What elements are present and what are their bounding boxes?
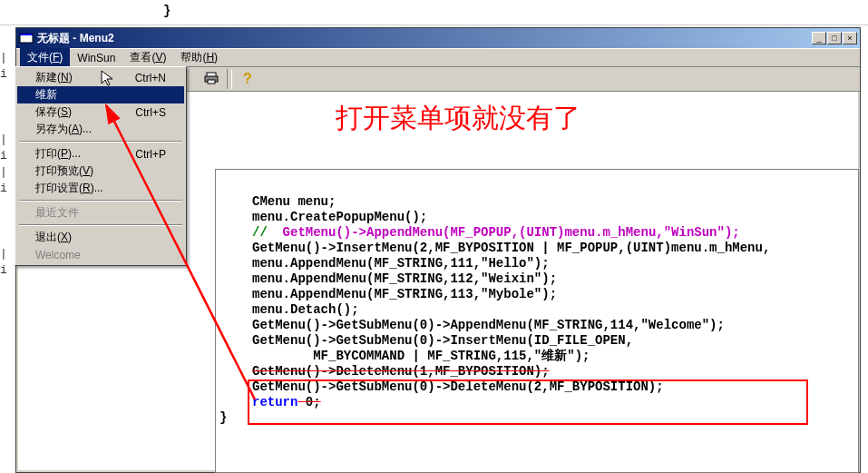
menu-item-exit[interactable]: 退出(X)	[17, 229, 184, 246]
menu-separator	[19, 200, 182, 202]
menu-help[interactable]: 帮助(H)	[173, 48, 225, 67]
code-comment: // GetMenu()->AppendMenu(MF_POPUP,(UINT)…	[252, 225, 740, 240]
help-icon: ?	[243, 71, 252, 87]
bg-code-line: }	[163, 4, 171, 18]
code-line: GetMenu()->GetSubMenu(0)->AppendMenu(MF_…	[252, 318, 725, 332]
menu-item-new[interactable]: 新建(N) Ctrl+N	[17, 69, 184, 86]
print-button[interactable]	[201, 69, 221, 89]
annotation-text: 打开菜单项就没有了	[336, 100, 580, 137]
menu-item-print[interactable]: 打印(P)... Ctrl+P	[17, 145, 184, 163]
left-gutter-fragments: |i | i|i |i	[0, 50, 15, 279]
window-buttons: _ □ ×	[812, 32, 857, 44]
app-icon	[19, 31, 34, 45]
menu-view[interactable]: 查看(V)	[122, 48, 173, 67]
print-icon	[204, 71, 219, 88]
svg-rect-1	[20, 34, 33, 35]
menu-item-welcome: Welcome	[17, 246, 184, 263]
help-button[interactable]: ?	[238, 69, 258, 89]
close-button[interactable]: ×	[843, 32, 857, 44]
file-dropdown-menu: 新建(N) Ctrl+N 维新 保存(S) Ctrl+S 另存为(A)... 打…	[15, 66, 187, 266]
code-line: GetMenu()->GetSubMenu(0)->InsertMenu(ID_…	[252, 333, 633, 348]
code-line: GetMenu()->InsertMenu(2,MF_BYPOSITION | …	[252, 241, 770, 255]
code-line: CMenu menu;	[252, 194, 336, 209]
svg-rect-4	[208, 80, 215, 84]
menu-item-recent: 最近文件	[17, 204, 184, 222]
code-line: menu.AppendMenu(MF_STRING,112,"Weixin");	[252, 271, 557, 286]
window-title: 无标题 - Menu2	[37, 31, 812, 46]
menu-item-print-setup[interactable]: 打印设置(R)...	[17, 180, 184, 197]
menu-item-saveas[interactable]: 另存为(A)...	[17, 121, 184, 138]
annotation-highlight-box	[248, 379, 808, 425]
code-line: MF_BYCOMMAND | MF_STRING,115,"维新");	[252, 349, 590, 363]
titlebar[interactable]: 无标题 - Menu2 _ □ ×	[16, 28, 860, 48]
background-editor-sliver: }	[0, 0, 868, 25]
menu-item-print-preview[interactable]: 打印预览(V)	[17, 163, 184, 180]
maximize-button[interactable]: □	[827, 32, 842, 44]
menu-file[interactable]: 文件(F)	[20, 48, 70, 67]
menu-item-save[interactable]: 保存(S) Ctrl+S	[17, 103, 184, 121]
menu-winsun[interactable]: WinSun	[70, 50, 122, 66]
code-line: menu.Detach();	[252, 302, 359, 317]
menu-separator	[19, 141, 182, 143]
menu-separator	[19, 224, 182, 226]
menu-item-weixin[interactable]: 维新	[17, 86, 184, 103]
code-line: }	[219, 410, 227, 425]
toolbar-separator	[227, 69, 232, 89]
code-line: GetMenu()->DeleteMenu(1,MF_BYPOSITION);	[252, 364, 550, 379]
code-line: menu.AppendMenu(MF_STRING,111,"Hello");	[252, 256, 550, 271]
code-editor-panel[interactable]: CMenu menu; menu.CreatePopupMenu(); // G…	[215, 169, 859, 473]
code-line: menu.CreatePopupMenu();	[252, 210, 427, 224]
minimize-button[interactable]: _	[812, 32, 826, 44]
code-line: menu.AppendMenu(MF_STRING,113,"Mybole");	[252, 287, 557, 301]
menubar: 文件(F) WinSun 查看(V) 帮助(H)	[16, 48, 860, 66]
